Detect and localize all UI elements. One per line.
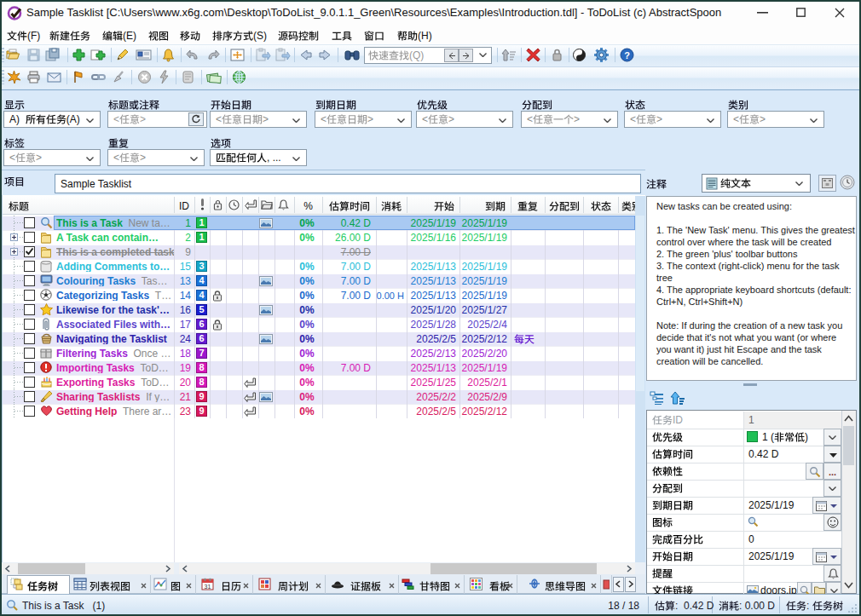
svg-text:31: 31: [205, 584, 211, 590]
svg-text:?: ?: [624, 50, 630, 60]
